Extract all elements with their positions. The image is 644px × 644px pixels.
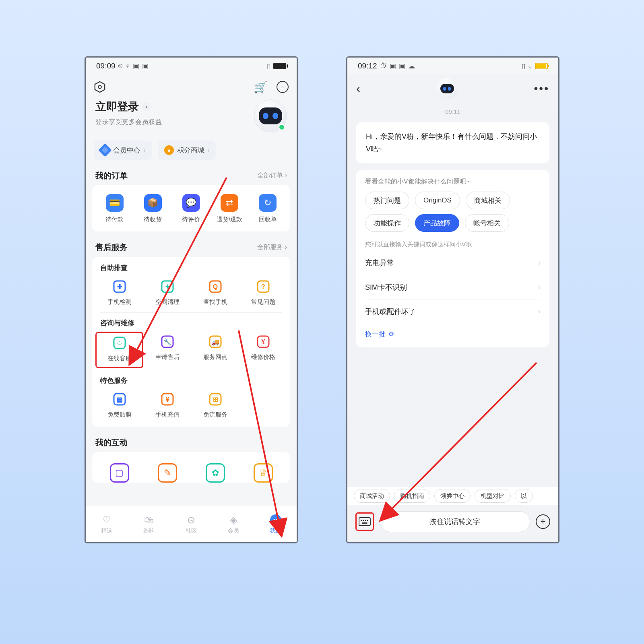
- svg-text:✦: ✦: [165, 283, 170, 290]
- list-item[interactable]: SIM卡不识别›: [365, 275, 541, 299]
- tab-1[interactable]: 🛍 选购: [128, 506, 170, 542]
- service-icon: ?: [256, 279, 271, 294]
- service-item[interactable]: ☺ 在线客服: [95, 332, 143, 368]
- service-label: 免流服务: [203, 411, 227, 419]
- service-icon: ¥: [160, 392, 175, 407]
- svg-marker-0: [95, 82, 105, 92]
- statusbar: 09:12 ⏱ ▣ ▣ ☁ ▯ ⌵: [347, 58, 558, 74]
- more-button[interactable]: •••: [534, 82, 549, 95]
- tab-icon: ••: [270, 514, 281, 526]
- tab-2[interactable]: ⊝ 社区: [170, 506, 213, 542]
- suggestion-bar[interactable]: 商城活动购机指南领券中心机型对比以: [347, 487, 558, 505]
- list-item[interactable]: 充电异常›: [365, 251, 541, 275]
- svg-text:✚: ✚: [117, 283, 122, 290]
- svg-text:🔧: 🔧: [163, 338, 171, 346]
- order-item[interactable]: ↻ 回收单: [249, 192, 287, 228]
- service-item[interactable]: Q 查找手机: [191, 277, 239, 311]
- chip[interactable]: 帐号相关: [465, 214, 509, 232]
- service-item[interactable]: ⊞ 免流服务: [191, 389, 239, 423]
- service-item[interactable]: 🚚 服务网点: [191, 332, 239, 368]
- interaction-icon: ✿: [206, 463, 225, 483]
- service-item[interactable]: ▤ 免费贴膜: [95, 389, 143, 423]
- svg-text:🚚: 🚚: [211, 338, 219, 346]
- interaction-item[interactable]: ▢: [95, 461, 143, 483]
- order-item[interactable]: 💬 待评价: [172, 192, 210, 228]
- cloud-icon: ☁: [408, 62, 415, 70]
- login-title-row[interactable]: 立即登录 ›: [95, 99, 248, 114]
- order-item[interactable]: ⇄ 退货/退款: [211, 192, 249, 228]
- interaction-item[interactable]: ✎: [143, 461, 191, 483]
- chip[interactable]: OriginOS: [415, 192, 460, 209]
- message-icon[interactable]: ≡: [277, 81, 289, 93]
- swap-button[interactable]: 换一批 ⟳: [365, 323, 541, 343]
- interaction-item[interactable]: ✿: [191, 461, 239, 483]
- tab-0[interactable]: ♡ 精选: [86, 506, 128, 542]
- g2-title: 咨询与维修: [95, 318, 287, 329]
- vip-center-button[interactable]: 会员中心 ›: [94, 140, 152, 160]
- settings-hex-icon[interactable]: [94, 81, 106, 93]
- service-icon: ✦: [160, 279, 175, 294]
- orders-title: 我的订单: [95, 170, 128, 181]
- plus-button[interactable]: +: [536, 514, 550, 529]
- keyboard-toggle[interactable]: [355, 512, 374, 531]
- svg-text:▤: ▤: [116, 396, 122, 403]
- tab-icon: 🛍: [144, 514, 154, 526]
- status-dot: [279, 124, 285, 130]
- interaction-icon: ♕: [254, 463, 273, 483]
- tab-icon: ♡: [102, 514, 111, 526]
- service-label: 申请售后: [155, 353, 180, 361]
- suggestion-chip[interactable]: 以: [515, 489, 533, 503]
- battery-icon: [273, 63, 286, 69]
- back-button[interactable]: ‹: [356, 82, 360, 95]
- tab-label: 我的: [270, 527, 281, 535]
- chat-topbar: ‹ •••: [347, 74, 558, 103]
- points-mall-button[interactable]: ★ 积分商城 ›: [158, 140, 216, 160]
- suggestion-chip[interactable]: 商城活动: [354, 489, 390, 503]
- g3-title: 特色服务: [95, 376, 287, 387]
- svg-text:¥: ¥: [261, 339, 265, 345]
- interaction-item[interactable]: ♕: [239, 461, 287, 483]
- service-item[interactable]: ¥ 维修价格: [239, 332, 287, 368]
- service-icon: ☺: [112, 335, 127, 351]
- service-icon: ⊞: [208, 392, 223, 407]
- login-title: 立即登录: [95, 99, 139, 114]
- svg-text:?: ?: [261, 283, 265, 290]
- suggestion-chip[interactable]: 领券中心: [434, 489, 471, 503]
- cart-icon[interactable]: 🛒: [254, 80, 268, 94]
- statusbar: 09:09 ⎋ ♀ ▣ ▣ ▯: [86, 58, 297, 74]
- chip[interactable]: 产品故障: [415, 214, 459, 232]
- service-label: 服务网点: [203, 353, 227, 361]
- service-item[interactable]: ¥ 手机充值: [143, 389, 191, 423]
- service-item[interactable]: ? 常见问题: [239, 277, 287, 311]
- order-label: 待付款: [105, 216, 124, 223]
- order-label: 回收单: [259, 216, 277, 223]
- avatar-bot[interactable]: [254, 99, 287, 132]
- tab-label: 社区: [186, 527, 197, 535]
- svg-text:¥: ¥: [165, 396, 169, 403]
- suggestion-chip[interactable]: 机型对比: [475, 489, 511, 503]
- chip[interactable]: 热门问题: [365, 192, 409, 209]
- chip[interactable]: 商城相关: [466, 192, 510, 209]
- badge-icon: ▣: [133, 62, 139, 70]
- tab-3[interactable]: ◈ 会员: [212, 506, 254, 542]
- voice-input[interactable]: 按住说话转文字: [380, 511, 530, 532]
- badge2-icon: ▣: [142, 62, 149, 70]
- vip-label: 会员中心: [113, 146, 140, 155]
- orders-more[interactable]: 全部订单 ›: [257, 171, 287, 180]
- chevron-right-icon: ›: [538, 283, 541, 291]
- suggestion-chip[interactable]: 购机指南: [394, 489, 430, 503]
- tab-4[interactable]: •• 我的: [254, 506, 297, 542]
- service-item[interactable]: ✦ 空间清理: [143, 277, 191, 311]
- order-item[interactable]: 💳 待付款: [95, 192, 134, 228]
- chip[interactable]: 功能操作: [365, 214, 409, 232]
- svg-rect-31: [362, 522, 367, 524]
- service-more[interactable]: 全部服务 ›: [257, 243, 287, 252]
- lightbulb-icon: ♀: [125, 62, 130, 70]
- mic-icon: ⎋: [118, 62, 122, 70]
- list-item[interactable]: 手机或配件坏了›: [365, 299, 541, 323]
- panel-sub: 您可以直接输入关键词或像这样问小V哦: [365, 241, 541, 248]
- service-item[interactable]: ✚ 手机检测: [95, 277, 143, 311]
- order-item[interactable]: 📦 待收货: [134, 192, 172, 228]
- service-item[interactable]: 🔧 申请售后: [143, 332, 191, 368]
- interactions-title: 我的互动: [95, 437, 128, 448]
